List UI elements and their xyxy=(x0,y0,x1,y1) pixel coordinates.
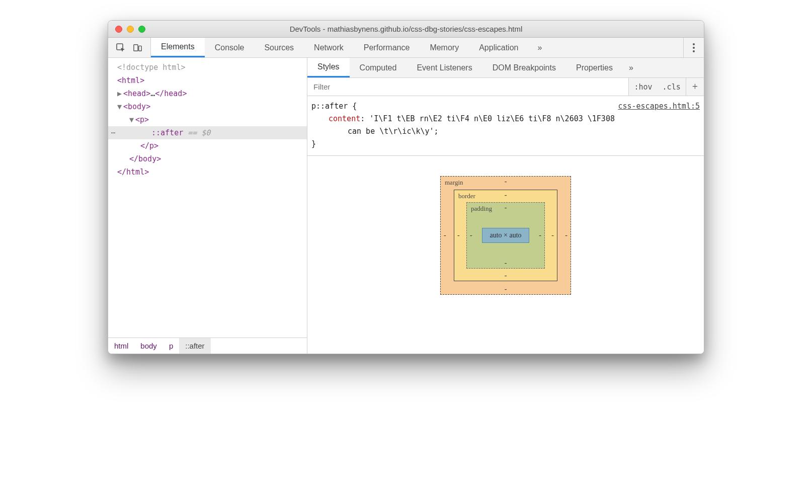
breadcrumb: html body p ::after xyxy=(108,338,307,354)
breadcrumb-item-after[interactable]: ::after xyxy=(179,338,210,354)
tab-memory[interactable]: Memory xyxy=(420,38,469,57)
panel-tabs: Elements Console Sources Network Perform… xyxy=(151,38,683,57)
breadcrumb-item-body[interactable]: body xyxy=(134,338,163,354)
tab-elements[interactable]: Elements xyxy=(151,38,205,57)
rule-selector[interactable]: p::after { xyxy=(311,100,357,113)
rule-source-link[interactable]: css-escapes.html:5 xyxy=(618,100,700,113)
rule-property-line-cont[interactable]: can be \t\r\ic\k\y'; xyxy=(311,125,700,138)
dom-node-html-open[interactable]: <html> xyxy=(108,74,307,87)
window-zoom-button[interactable] xyxy=(138,26,145,33)
subtab-properties[interactable]: Properties xyxy=(566,58,623,77)
tabs-overflow-button[interactable]: » xyxy=(528,38,551,57)
breadcrumb-item-html[interactable]: html xyxy=(108,338,134,354)
tab-network[interactable]: Network xyxy=(304,38,354,57)
disclosure-down-icon[interactable]: ▼ xyxy=(129,113,135,126)
dom-node-p-open[interactable]: ▼<p> xyxy=(108,113,307,126)
disclosure-down-icon[interactable]: ▼ xyxy=(117,100,123,113)
box-model-padding[interactable]: padding - - - - auto × auto xyxy=(466,202,545,269)
inspect-element-icon[interactable] xyxy=(116,43,125,52)
main-toolbar: Elements Console Sources Network Perform… xyxy=(108,38,704,58)
styles-filter-buttons: :hov .cls + xyxy=(628,78,704,96)
box-model-diagram[interactable]: margin - - - - border - - - - paddin xyxy=(440,176,571,295)
window-close-button[interactable] xyxy=(115,26,122,33)
window-minimize-button[interactable] xyxy=(127,26,134,33)
breadcrumb-item-p[interactable]: p xyxy=(163,338,179,354)
subtab-computed[interactable]: Computed xyxy=(350,58,407,77)
menu-kebab-icon[interactable] xyxy=(693,43,695,52)
main-split: <!doctype html> <html> ▶<head>…</head> ▼… xyxy=(108,58,704,354)
subtabs-overflow-button[interactable]: » xyxy=(623,58,639,77)
dom-node-p-close[interactable]: </p> xyxy=(108,139,307,152)
hover-toggle-button[interactable]: :hov xyxy=(629,78,657,96)
styles-filter-input[interactable] xyxy=(307,78,628,96)
tab-performance[interactable]: Performance xyxy=(354,38,420,57)
rule-close-brace: } xyxy=(311,138,700,150)
dom-node-body-open[interactable]: ▼<body> xyxy=(108,100,307,113)
subtab-event-listeners[interactable]: Event Listeners xyxy=(407,58,482,77)
new-style-rule-button[interactable]: + xyxy=(686,78,704,96)
titlebar: DevTools - mathiasbynens.github.io/css-d… xyxy=(108,21,704,38)
tab-application[interactable]: Application xyxy=(469,38,528,57)
toolbar-right-group xyxy=(683,38,704,57)
style-rule-block[interactable]: p::after { css-escapes.html:5 content: '… xyxy=(307,96,704,156)
devtools-window: DevTools - mathiasbynens.github.io/css-d… xyxy=(108,20,704,354)
cls-toggle-button[interactable]: .cls xyxy=(658,78,686,96)
tab-sources[interactable]: Sources xyxy=(254,38,304,57)
dom-node-html-close[interactable]: </html> xyxy=(108,165,307,179)
styles-filter-row: :hov .cls + xyxy=(307,78,704,96)
subtab-dom-breakpoints[interactable]: DOM Breakpoints xyxy=(482,58,566,77)
svg-rect-1 xyxy=(134,44,138,51)
svg-rect-2 xyxy=(139,46,141,51)
rule-property-line[interactable]: content: 'I\F1 t\EB rn\E2 ti\F4 n\E0 liz… xyxy=(311,113,700,125)
disclosure-right-icon[interactable]: ▶ xyxy=(117,87,123,100)
chevron-double-right-icon: » xyxy=(537,43,542,52)
elements-tree-pane: <!doctype html> <html> ▶<head>…</head> ▼… xyxy=(108,58,307,354)
selected-row-menu-icon[interactable]: ⋯ xyxy=(108,126,118,139)
box-model-border[interactable]: border - - - - padding - - - - xyxy=(454,190,557,281)
dom-tree[interactable]: <!doctype html> <html> ▶<head>…</head> ▼… xyxy=(108,58,307,338)
dom-node-selected[interactable]: ⋯ ::after == $0 xyxy=(108,126,307,139)
dom-node-doctype[interactable]: <!doctype html> xyxy=(117,63,185,72)
styles-subtabs: Styles Computed Event Listeners DOM Brea… xyxy=(307,58,704,78)
box-model-area: margin - - - - border - - - - paddin xyxy=(307,156,704,354)
device-toolbar-icon[interactable] xyxy=(133,43,142,52)
subtab-styles[interactable]: Styles xyxy=(307,58,350,77)
dom-node-head[interactable]: ▶<head>…</head> xyxy=(108,87,307,100)
dom-node-body-close[interactable]: </body> xyxy=(108,152,307,165)
chevron-double-right-icon: » xyxy=(629,63,633,72)
tab-console[interactable]: Console xyxy=(205,38,255,57)
window-title: DevTools - mathiasbynens.github.io/css-d… xyxy=(108,25,704,33)
box-model-content[interactable]: auto × auto xyxy=(482,228,529,243)
window-traffic-lights xyxy=(115,26,145,33)
toolbar-icon-group xyxy=(108,38,151,57)
styles-pane: Styles Computed Event Listeners DOM Brea… xyxy=(307,58,704,354)
box-model-margin[interactable]: margin - - - - border - - - - paddin xyxy=(440,176,571,295)
